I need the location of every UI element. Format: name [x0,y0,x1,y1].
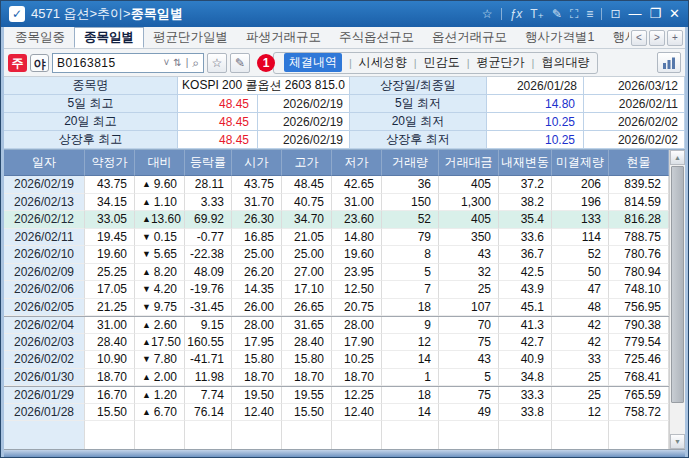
table-row[interactable]: 2026/02/1334.15▲1.103.3331.7040.7531.001… [4,194,669,212]
scroll-thumb[interactable] [671,166,684,403]
cell: 42 [552,317,609,334]
column-header-3[interactable]: 대비 [135,150,185,176]
minimize-button[interactable]: — [628,6,641,22]
search-icon[interactable]: ⌕ [192,56,199,70]
cell: 3.33 [185,194,232,212]
chat-help-icon[interactable]: ⊡ [610,6,620,22]
tab-bar: 종목일중종목일별평균단가일별파생거래규모주식옵션규모옵션거래규모행사가격별1행사… [4,27,685,49]
table-row[interactable]: 2026/02/1119.45▼0.15-0.7716.8521.0514.80… [4,229,669,247]
favorite-star-icon[interactable]: ☆ [482,6,493,22]
cell: 9.15 [185,317,232,334]
cell [4,421,85,449]
column-header-2[interactable]: 약정가 [85,150,135,176]
dropdown-chevron-icon[interactable]: ˅ [163,57,169,68]
tab-add-button[interactable]: + [667,30,683,46]
low-since-listing-value: 10.25 [487,131,584,149]
cell [609,421,669,449]
table-row[interactable]: 2026/02/0521.25▼9.75-31.4526.0026.6520.7… [4,299,669,317]
day-market-badge[interactable]: 주 [8,54,27,72]
scroll-up-button[interactable]: ▲ [670,150,685,165]
cell: 2026/02/04 [4,317,85,334]
column-header-10[interactable]: 내재변동 [499,150,552,176]
column-header-12[interactable]: 현물 [609,150,669,176]
cell: 19.60 [332,246,382,264]
titlebar[interactable]: ✓ 4571 옵션>추이>종목일별 ☆ ƒx T₊ ✎ ⛶ ≡ ⊡ — ❐ ✕ [1,1,688,27]
cell: 28.00 [232,317,282,334]
column-header-1[interactable]: 일자 [4,150,85,176]
cell: 133 [552,211,609,229]
cell: 14 [382,404,439,422]
close-button[interactable]: ✕ [669,6,680,22]
cell: 17.05 [85,281,135,299]
fullscreen-icon[interactable]: ⛶ [570,6,578,22]
cell: 1,300 [439,194,499,212]
column-header-7[interactable]: 저가 [332,150,382,176]
column-header-5[interactable]: 시가 [232,150,282,176]
symbol-code-input[interactable]: B0163815 ˅ ⇅ | ⌕ [52,53,204,73]
cell: 40.9 [499,351,552,369]
cell: 780.94 [609,264,669,282]
table-row[interactable]: 2026/01/3018.70▲2.0011.9818.7018.7018.70… [4,369,669,387]
menu-item-1[interactable]: 시세성향 [359,54,407,71]
toolbar: 주 야 B0163815 ˅ ⇅ | ⌕ ☆ ✎ 1 체결내역 |시세성향|민감… [4,49,685,77]
font-size-icon[interactable]: T₊ [530,6,544,22]
scroll-down-button[interactable]: ▼ [670,434,685,449]
low20-value: 10.25 [487,113,584,131]
listing-label: 상장일/최종일 [350,77,487,95]
favorite-button[interactable]: ☆ [207,53,227,73]
tab-7[interactable]: 행사가격별1 [516,27,603,48]
down-arrow-icon: ▼ [142,249,151,259]
column-header-9[interactable]: 거래대금 [439,150,499,176]
function-key-icon[interactable]: ƒx [510,6,523,22]
cell: 2026/01/29 [4,387,85,404]
table-row[interactable]: 2026/02/0431.00▲2.609.1528.0031.6528.009… [4,316,669,334]
tab-3[interactable]: 평균단가일별 [144,27,237,48]
table-row[interactable]: 2026/02/0328.40▲17.50160.5517.9528.4017.… [4,334,669,352]
tab-1[interactable]: 종목일중 [6,27,74,48]
view-selected-chip[interactable]: 체결내역 [284,53,342,72]
tab-scroll-left-button[interactable]: < [631,30,647,46]
tab-2[interactable]: 종목일별 [74,27,144,48]
tab-5[interactable]: 주식옵션규모 [330,27,423,48]
menu-item-2[interactable]: 민감도 [424,54,460,71]
tab-4[interactable]: 파생거래규모 [237,27,330,48]
symbol-code-value[interactable]: B0163815 [57,56,159,70]
menu-item-4[interactable]: 협의대량 [541,54,589,71]
column-header-8[interactable]: 거래량 [382,150,439,176]
table-row[interactable]: 2026/02/1943.75▲9.6028.1143.7548.4542.65… [4,176,669,194]
maximize-button[interactable]: ❐ [649,6,661,22]
table-row[interactable]: 2026/02/0617.05▼4.20-19.7614.3517.1012.5… [4,281,669,299]
cell: 23.60 [332,211,382,229]
menu-item-3[interactable]: 평균단가 [477,54,525,71]
tab-8[interactable]: 행사가격별2 [603,27,629,48]
cell: 150 [382,194,439,212]
table-row[interactable]: 2026/02/0210.90▼7.80-41.7115.8015.8010.2… [4,351,669,369]
table-row[interactable]: 2026/02/1233.05▲13.6069.9226.3034.7023.6… [4,211,669,229]
cell: 75 [439,387,499,404]
cell: 8 [382,246,439,264]
code-stepper-icon[interactable]: ⇅ [173,57,181,68]
chart-button[interactable] [657,52,681,73]
tab-6[interactable]: 옵션거래규모 [423,27,516,48]
cell: 52 [382,211,439,229]
menu-separator: | [467,57,470,69]
table-row[interactable]: 2026/01/2815.50▲6.7076.1412.4015.5012.40… [4,404,669,422]
scroll-track[interactable] [670,165,685,434]
table-row[interactable]: 2026/01/2916.70▲1.207.7419.5019.5512.251… [4,386,669,404]
column-header-6[interactable]: 고가 [282,150,332,176]
cell: 52 [552,246,609,264]
listing-start-date: 2026/01/28 [487,77,584,95]
vertical-scrollbar[interactable]: ▲ ▼ [669,150,685,449]
tab-scroll-right-button[interactable]: > [649,30,665,46]
column-header-11[interactable]: 미결제량 [552,150,609,176]
list-menu-icon[interactable]: ≡ [586,6,593,22]
cell: 14.80 [332,229,382,247]
table-row[interactable]: 2026/02/0925.25▲8.2048.0926.2027.0023.95… [4,264,669,282]
night-market-badge[interactable]: 야 [30,54,49,72]
column-header-4[interactable]: 등락률 [185,150,232,176]
pen-icon[interactable]: ✎ [552,6,562,22]
memo-pen-button[interactable]: ✎ [230,53,250,73]
table-row[interactable]: 2026/02/1019.60▼5.65-22.3825.0025.0019.6… [4,246,669,264]
input-divider: | [186,57,189,68]
cell: 5 [439,369,499,387]
